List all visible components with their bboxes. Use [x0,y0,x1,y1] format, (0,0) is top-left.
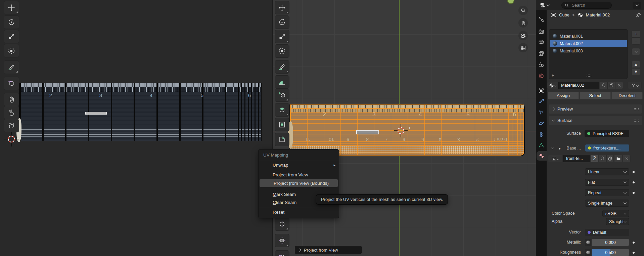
tab-scene[interactable] [536,60,547,69]
tab-render[interactable] [536,27,547,36]
tab-world[interactable] [536,71,547,81]
material-slot-list[interactable]: Material.001 Material.002 Material.003 ▶ [549,29,628,79]
vector-input-button[interactable]: Default [585,229,629,236]
loop-cut-tool-button[interactable] [275,217,289,231]
copy-icon[interactable] [607,82,615,89]
shear-tool-button[interactable] [275,250,289,256]
alpha-dropdown[interactable]: Straight [606,218,629,225]
projection-dropdown[interactable]: Flat [585,179,629,186]
assign-button[interactable]: Assign [548,92,579,99]
metallic-socket[interactable] [585,239,591,246]
tab-output[interactable] [536,38,547,47]
move-slot-up-button[interactable]: ▲ [632,61,640,68]
roughness-slider[interactable]: 0.500 [592,249,629,256]
relax-tool-button[interactable] [4,106,19,119]
fake-user-shield-icon[interactable] [600,82,607,89]
extrude-region-tool-button[interactable] [275,103,289,117]
scale-tool-button[interactable] [275,30,289,43]
image-users-count[interactable]: 2 [591,155,598,162]
slot-specials-button[interactable] [632,48,640,55]
add-cube-tool-button[interactable] [275,88,289,102]
menu-title: UV Mapping [259,151,339,159]
rotate-tool-button[interactable] [275,15,289,29]
interpolation-dropdown[interactable]: Linear [585,168,629,175]
unlink-close-icon[interactable] [623,155,631,162]
tab-object[interactable] [536,86,547,95]
search-input[interactable] [571,3,605,8]
add-slot-button[interactable]: + [632,31,640,38]
uv-unwrap-mesh[interactable]: 2 3 4 5 6 [19,83,262,141]
annotate-tool-button[interactable] [275,60,289,74]
material-name-field[interactable]: Material.002 [558,82,599,89]
transform-tool-button[interactable] [4,44,19,57]
unlink-close-icon[interactable] [615,82,623,89]
fake-user-shield-icon[interactable] [599,155,606,162]
editor-type-button[interactable] [538,1,551,9]
open-folder-icon[interactable] [614,155,623,162]
node-specials-button[interactable] [628,82,642,89]
cube-tool-button[interactable] [4,77,19,90]
menu-item-reset[interactable]: Reset [259,208,339,216]
move-slot-down-button[interactable]: ▼ [632,68,640,75]
list-item-material-003[interactable]: Material.003 [550,47,627,54]
panel-drag-grip[interactable] [634,119,639,122]
surface-panel-header[interactable]: Surface [549,116,642,125]
zoom-icon[interactable] [518,6,528,15]
menu-item-unwrap[interactable]: Unwrap ▸ [259,161,339,169]
annotate-tool-button[interactable] [4,60,19,74]
list-expand-icon[interactable]: ▶ [552,74,554,77]
panel-drag-grip[interactable] [634,108,639,111]
bevel-tool-button[interactable] [275,133,289,146]
breadcrumb-material[interactable]: Material.002 [586,12,610,17]
roughness-socket[interactable] [585,249,591,256]
socket-dot [633,192,635,194]
list-item-material-001[interactable]: Material.001 [550,33,627,40]
tab-material[interactable] [537,151,547,161]
shrink-fatten-tool-button[interactable] [275,234,289,247]
transform-tool-button[interactable] [275,44,289,58]
image-name-field[interactable]: front-te... [563,155,590,162]
rotate-tool-button[interactable] [4,15,19,29]
browse-image-button[interactable] [548,155,563,162]
surface-shader-button[interactable]: Principled BSDF [585,130,629,137]
tab-modifiers[interactable] [536,97,547,106]
menu-item-project-from-view[interactable]: Project from View [259,171,339,179]
ortho-grid-icon[interactable] [518,43,528,52]
move-tool-button[interactable] [4,1,19,14]
list-item-material-002-selected[interactable]: Material.002 [550,40,627,47]
header-options-button[interactable] [633,2,641,9]
breadcrumb-object[interactable]: Cube [559,12,569,17]
camera-view-icon[interactable] [518,31,528,40]
socket-dot [633,171,635,173]
metallic-slider[interactable]: 0.000 [592,239,629,246]
yellow-socket-icon [588,146,591,150]
tab-physics[interactable] [536,119,547,128]
inset-faces-tool-button[interactable] [275,118,289,131]
search-box[interactable] [561,2,612,9]
deselect-button[interactable]: Deselect [611,92,643,99]
tab-tool[interactable] [536,15,547,24]
pinch-tool-button[interactable] [4,119,19,132]
move-tool-button[interactable] [275,1,289,14]
extension-dropdown[interactable]: Repeat [585,189,629,196]
operator-redo-panel[interactable]: Project from View [295,246,362,254]
tab-object-data[interactable] [536,140,547,150]
remove-slot-button[interactable]: − [632,38,640,45]
tab-particles[interactable] [536,108,547,117]
preview-panel-header[interactable]: Preview [549,104,642,114]
browse-material-button[interactable] [547,82,558,89]
pan-hand-icon[interactable] [518,18,528,28]
list-resize-grip[interactable] [586,74,591,77]
scale-tool-button[interactable] [4,30,19,43]
copy-icon[interactable] [606,155,614,162]
pin-icon[interactable] [635,12,641,18]
measure-tool-button[interactable] [275,75,289,89]
color-space-dropdown[interactable]: sRGB [602,210,629,217]
menu-item-project-from-view-bounds[interactable]: Project from View (Bounds) [260,179,338,187]
tab-view-layer[interactable] [536,49,547,58]
source-dropdown[interactable]: Single Image [585,200,629,207]
grab-tool-button[interactable] [4,93,19,106]
tab-constraints[interactable] [536,130,547,139]
select-button[interactable]: Select [580,92,611,99]
base-color-texture-button[interactable]: front-texture.... [585,144,629,152]
